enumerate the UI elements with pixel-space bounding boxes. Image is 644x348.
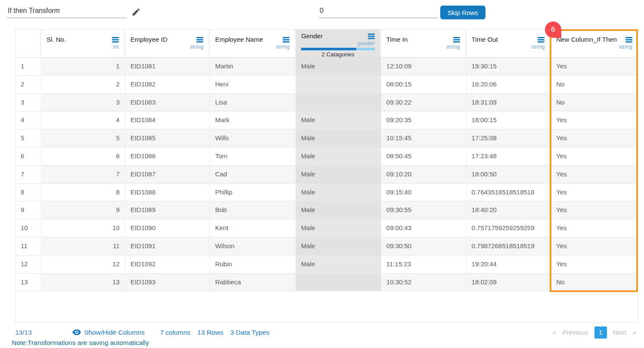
column-header-rownum bbox=[16, 30, 41, 58]
cell-time_in: 09:15:40 bbox=[381, 184, 467, 202]
column-type-label: string bbox=[556, 43, 632, 50]
current-page-button[interactable]: 1 bbox=[594, 326, 607, 339]
cell-gender: Male bbox=[296, 58, 381, 76]
edit-transform-button[interactable] bbox=[131, 7, 142, 18]
cell-gender: Male bbox=[296, 129, 381, 148]
cell-time_in: 09:20:35 bbox=[381, 111, 467, 129]
cell-eid: EID1084 bbox=[125, 111, 210, 129]
transform-name-input[interactable] bbox=[7, 4, 127, 18]
column-name: Gender bbox=[301, 32, 323, 40]
column-type-label: string bbox=[472, 43, 545, 50]
next-page-button[interactable]: Next bbox=[613, 329, 627, 336]
category-count-label: 2 Catagories bbox=[301, 51, 375, 58]
cell-sl: 3 bbox=[41, 94, 125, 112]
cell-time_out: 0.7987268518518519 bbox=[467, 237, 551, 256]
cell-name: Mark bbox=[210, 111, 296, 129]
cell-gender bbox=[296, 76, 381, 94]
cell-rownum: 10 bbox=[16, 219, 41, 237]
table-row: 1212EID1092RubinMale11:15:2319:20:44Yes bbox=[16, 256, 638, 274]
table-row: 88EID1088PhillipMale09:15:400.7643518518… bbox=[16, 184, 638, 202]
cell-new_col: No bbox=[551, 274, 638, 292]
cell-time_in: 11:15:23 bbox=[381, 256, 467, 274]
cell-new_col: No bbox=[551, 76, 638, 94]
cell-time_in: 08:00:15 bbox=[381, 76, 467, 94]
stat-columns: 7 columns bbox=[160, 329, 190, 336]
column-menu-icon[interactable] bbox=[196, 36, 203, 43]
next-arrow[interactable]: » bbox=[632, 329, 636, 336]
column-header-gender[interactable]: Gendergender2 Catagories bbox=[296, 30, 381, 58]
cell-new_col: Yes bbox=[551, 111, 638, 129]
cell-rownum: 12 bbox=[16, 256, 41, 274]
table-row: 55EID1085WillsMale10:15:4517:25:08Yes bbox=[16, 129, 638, 148]
column-header-time_out[interactable]: Time Outstring bbox=[467, 30, 551, 58]
column-header-sl[interactable]: Sl. No.int bbox=[41, 30, 125, 58]
column-header-time_in[interactable]: Time Instring bbox=[381, 30, 467, 58]
column-menu-icon[interactable] bbox=[453, 36, 460, 43]
table-row: 66EID1086TomMale08:50:4517:23:48Yes bbox=[16, 148, 638, 166]
cell-sl: 7 bbox=[41, 166, 125, 184]
table-row: 1010EID1090KentMale09:00:430.75717592592… bbox=[16, 219, 638, 237]
table-stats: 7 columns 13 Rows 3 Data Types bbox=[160, 329, 269, 336]
cell-name: Martin bbox=[210, 58, 296, 76]
cell-sl: 1 bbox=[41, 58, 125, 76]
cell-sl: 13 bbox=[41, 274, 125, 292]
column-menu-icon[interactable] bbox=[625, 36, 632, 43]
cell-time_in: 09:30:50 bbox=[381, 237, 467, 256]
cell-rownum: 4 bbox=[16, 111, 41, 129]
table-row: 77EID1087CadMale09:10:2018:00:50Yes bbox=[16, 166, 638, 184]
column-name: New Column_If Then bbox=[556, 36, 617, 43]
cell-sl: 10 bbox=[41, 219, 125, 237]
cell-eid: EID1086 bbox=[125, 148, 210, 166]
cell-new_col: No bbox=[551, 94, 638, 112]
skip-rows-input[interactable] bbox=[319, 4, 438, 18]
cell-eid: EID1093 bbox=[125, 274, 210, 292]
cell-new_col: Yes bbox=[551, 219, 638, 237]
table-footer: 13/13 Show/Hide Columns 7 columns 13 Row… bbox=[15, 326, 644, 338]
cell-rownum: 5 bbox=[16, 129, 41, 148]
cell-time_in: 08:50:45 bbox=[381, 148, 467, 166]
table-row: 99EID1089BobMale09:30:5518:40:20Yes bbox=[16, 201, 638, 219]
column-type-label: gender bbox=[301, 40, 375, 46]
cell-name: Rabbeca bbox=[210, 274, 296, 292]
column-header-name[interactable]: Employee Namestring bbox=[210, 30, 296, 58]
cell-time_in: 10:30:52 bbox=[381, 274, 467, 292]
table-row: 1313EID1093Rabbeca10:30:5218:02:09No bbox=[16, 274, 638, 292]
cell-eid: EID1085 bbox=[125, 129, 210, 148]
skip-rows-button[interactable]: Skip Rows bbox=[440, 6, 485, 19]
column-name: Employee Name bbox=[215, 36, 263, 43]
cell-time_out: 17:23:48 bbox=[467, 148, 551, 166]
column-menu-icon[interactable] bbox=[283, 36, 289, 43]
cell-new_col: Yes bbox=[551, 58, 638, 76]
cell-time_in: 12:10:09 bbox=[381, 58, 467, 76]
cell-rownum: 13 bbox=[16, 274, 41, 292]
column-menu-icon[interactable] bbox=[538, 36, 544, 43]
column-header-new_col[interactable]: New Column_If Thenstring bbox=[551, 30, 638, 58]
previous-page-button[interactable]: Previous bbox=[562, 329, 588, 336]
cell-gender: Male bbox=[296, 219, 381, 237]
cell-eid: EID1090 bbox=[125, 219, 210, 237]
eye-icon bbox=[72, 329, 81, 336]
cell-time_out: 16:20:06 bbox=[467, 76, 551, 94]
column-type-label: string bbox=[131, 43, 204, 50]
cell-time_out: 18:40:20 bbox=[467, 201, 551, 219]
column-name: Sl. No. bbox=[47, 36, 66, 43]
stat-data-types: 3 Data Types bbox=[230, 329, 269, 336]
cell-gender bbox=[296, 94, 381, 112]
cell-time_out: 18:31:09 bbox=[467, 94, 551, 112]
cell-time_out: 17:25:08 bbox=[467, 129, 551, 148]
cell-rownum: 7 bbox=[16, 166, 41, 184]
cell-time_in: 10:15:45 bbox=[381, 129, 467, 148]
show-hide-columns-button[interactable]: Show/Hide Columns bbox=[72, 329, 144, 336]
cell-name: Wilson bbox=[210, 237, 296, 256]
column-menu-icon[interactable] bbox=[112, 36, 119, 43]
table-header-row: Sl. No.intEmployee IDstringEmployee Name… bbox=[16, 30, 638, 58]
cell-rownum: 8 bbox=[16, 184, 41, 202]
cell-rownum: 9 bbox=[16, 201, 41, 219]
cell-name: Tom bbox=[210, 148, 296, 166]
previous-arrow[interactable]: « bbox=[553, 329, 557, 336]
column-header-eid[interactable]: Employee IDstring bbox=[125, 30, 210, 58]
column-menu-icon[interactable] bbox=[368, 32, 375, 39]
pencil-icon bbox=[131, 12, 141, 18]
cell-name: Rubin bbox=[210, 256, 296, 274]
cell-time_out: 18:02:09 bbox=[467, 274, 551, 292]
